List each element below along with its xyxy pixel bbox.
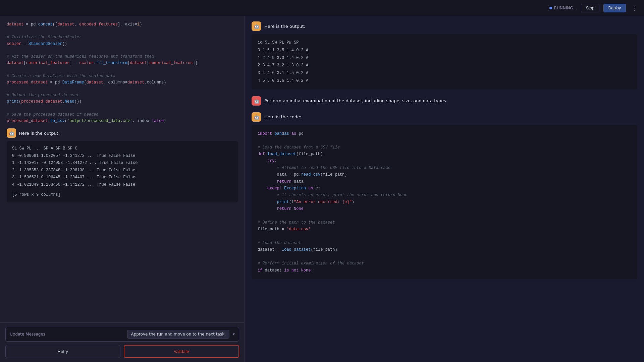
- left-output-section: 🤖 Here is the output: SL SW PL ... SP_A …: [7, 128, 238, 202]
- robot-icon-right-output: 🤖: [252, 21, 261, 31]
- right-table-row-0: 0 1 5.1 3.5 1.4 0.2 A: [258, 47, 631, 54]
- update-messages-row: Update Messages Approve the run and move…: [5, 327, 239, 342]
- right-code-label: Here is the code:: [264, 114, 302, 119]
- retry-button[interactable]: Retry: [5, 345, 120, 358]
- stop-button[interactable]: Stop: [581, 4, 599, 12]
- right-table-row-4: 4 5 5.0 3.6 1.4 0.2 A: [258, 77, 631, 85]
- bottom-controls: Update Messages Approve the run and move…: [0, 322, 245, 362]
- left-table-row-4: 4 -1.021849 1.263460 -1.341272 ... True …: [12, 181, 232, 189]
- right-task-label: Perform an initial examination of the da…: [264, 98, 446, 103]
- running-status: RUNNING...: [549, 6, 577, 10]
- robot-icon-left: 🤖: [7, 128, 16, 138]
- running-label: RUNNING...: [554, 6, 577, 10]
- robot-icon-right-task: 🤖: [252, 96, 261, 106]
- code-area: dataset = pd.concat([dataset, encoded_fe…: [0, 16, 245, 322]
- right-table-row-3: 3 4 4.6 3.1 1.5 0.2 A: [258, 69, 631, 77]
- right-task-block: 🤖 Perform an initial examination of the …: [252, 96, 637, 106]
- robot-icon-right-code: 🤖: [252, 112, 261, 122]
- left-output-table: SL SW PL ... SP_A SP_B SP_C 0 -0.900681 …: [7, 141, 238, 202]
- right-output-block: 🤖 Here is the output: id SL SW PL PW SP …: [252, 21, 637, 89]
- left-table-row-0: 0 -0.900681 1.032057 -1.341272 ... True …: [12, 153, 232, 160]
- right-table-row-2: 2 3 4.7 3.2 1.3 0.2 A: [258, 62, 631, 69]
- left-table-row-2: 2 -1.385353 0.337848 -1.398138 ... True …: [12, 167, 232, 174]
- topbar: RUNNING... Stop Deploy ⋮: [0, 0, 644, 16]
- update-messages-label: Update Messages: [10, 332, 45, 337]
- left-table-row-1: 1 -1.143017 -0.124958 -1.341272 ... True…: [12, 160, 232, 167]
- action-buttons: Retry Validate: [5, 345, 239, 358]
- right-table-header: id SL SW PL PW SP: [258, 39, 631, 47]
- validate-button[interactable]: Validate: [124, 345, 239, 358]
- right-output-label: Here is the output:: [264, 24, 305, 29]
- left-output-label: Here is the output:: [19, 131, 60, 136]
- left-table-summary: [5 rows x 9 columns]: [12, 191, 232, 199]
- code-block-top: dataset = pd.concat([dataset, encoded_fe…: [7, 21, 238, 124]
- chevron-down-icon: ▾: [233, 332, 235, 337]
- left-table-header: SL SW PL ... SP_A SP_B SP_C: [12, 145, 232, 153]
- right-output-header: 🤖 Here is the output:: [252, 21, 637, 31]
- right-code-header: 🤖 Here is the code:: [252, 112, 637, 122]
- right-code-block: import pandas as pd # Load the dataset f…: [252, 125, 637, 279]
- left-output-header: 🤖 Here is the output:: [7, 128, 238, 138]
- left-panel: dataset = pd.concat([dataset, encoded_fe…: [0, 16, 245, 362]
- running-dot: [549, 7, 552, 9]
- right-code-block-section: 🤖 Here is the code: import pandas as pd …: [252, 112, 637, 279]
- right-output-table: id SL SW PL PW SP 0 1 5.1 3.5 1.4 0.2 A …: [252, 34, 637, 89]
- main-content: dataset = pd.concat([dataset, encoded_fe…: [0, 16, 644, 362]
- right-table-row-1: 1 2 4.9 3.0 1.4 0.2 A: [258, 54, 631, 62]
- deploy-button[interactable]: Deploy: [603, 4, 626, 12]
- more-options-icon[interactable]: ⋮: [630, 4, 639, 11]
- right-panel: 🤖 Here is the output: id SL SW PL PW SP …: [245, 16, 644, 362]
- approve-tooltip: Approve the run and move on to the next …: [127, 330, 229, 339]
- right-task-header: 🤖 Perform an initial examination of the …: [252, 96, 637, 106]
- left-table-row-3: 3 -1.506521 0.106445 -1.284407 ... True …: [12, 174, 232, 181]
